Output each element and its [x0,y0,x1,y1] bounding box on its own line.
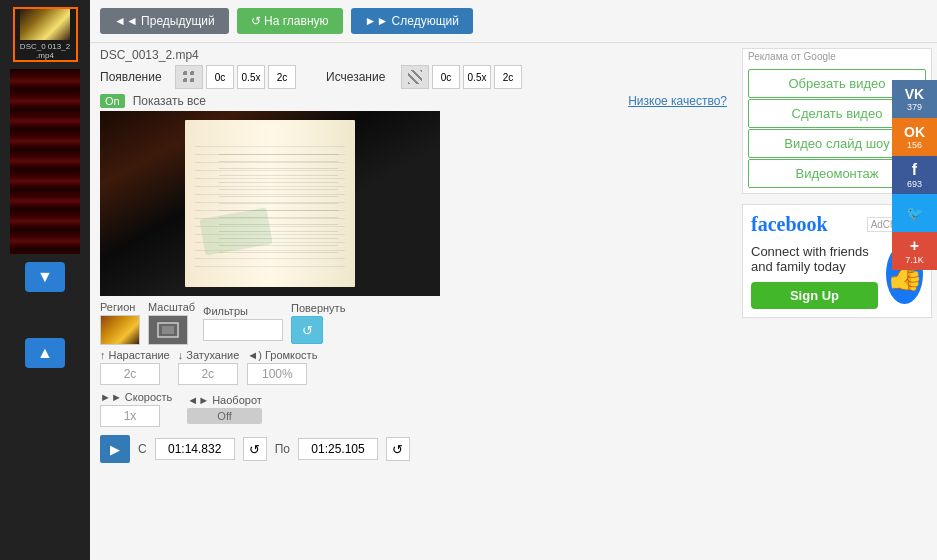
region-scale-row: Регион Масштаб [100,301,727,345]
disappearance-label: Исчезание [326,70,396,84]
quality-bar: On Показать все Низкое качество? [100,94,727,108]
bottom-controls: Регион Масштаб [100,296,727,468]
rotate-button[interactable]: ↺ [291,316,323,344]
editor-area: DSC_0013_2.mp4 Появление 0с 0.5х 2с Исче… [90,43,937,560]
ad-header: Реклама от Google [743,49,931,64]
speed-reverse-row: ►► Скорость ◄► Наоборот Off [100,391,727,427]
on-badge: On [100,94,125,108]
prev-button[interactable]: ◄◄ Предыдущий [100,8,229,34]
disappear-2s-btn[interactable]: 2с [494,65,522,89]
scale-label: Масштаб [148,301,195,313]
volume-label: ◄) Громкость [247,349,317,361]
ad-google-label: Реклама от Google [748,51,836,62]
rise-fade-row: ↑ Нарастание ↓ Затухание ◄) Громкость [100,349,727,385]
fb-count: 693 [907,179,922,189]
social-sidebar: VK 379 OK 156 f 693 🐦 + 7.1K [892,80,937,270]
film-strip: DSC_0 013_2 .mp4 ▼ ▲ [0,0,90,560]
reverse-off-badge[interactable]: Off [187,408,261,424]
film-thumbnail[interactable]: DSC_0 013_2 .mp4 [13,7,78,62]
fb-text-area: Connect with friends and family today Si… [751,244,878,309]
rotate-group: Повернуть ↺ [291,302,345,344]
scale-group: Масштаб [148,301,195,345]
ok-button[interactable]: OK 156 [892,118,937,156]
fb-headline: Connect with friends and family today [751,244,878,274]
home-button[interactable]: ↺ На главную [237,8,343,34]
facebook-share-button[interactable]: f 693 [892,156,937,194]
appear-2s-btn[interactable]: 2с [268,65,296,89]
filter-label: Фильтры [203,305,283,317]
video-preview [100,111,440,296]
speed-input[interactable] [100,405,160,427]
disappear-dots [401,65,429,89]
appearance-controls: 0с 0.5х 2с [175,65,296,89]
region-group: Регион [100,301,140,345]
center-content: ◄◄ Предыдущий ↺ На главную ►► Следующий … [90,0,937,560]
volume-input[interactable] [247,363,307,385]
fade-input[interactable] [178,363,238,385]
twitter-icon: 🐦 [906,205,923,221]
next-button[interactable]: ►► Следующий [351,8,473,34]
from-label: С [138,442,147,456]
vk-icon: VK [905,86,924,102]
region-label: Регион [100,301,140,313]
speed-label: ►► Скорость [100,391,172,403]
region-thumbnail[interactable] [100,315,140,345]
video-book-image [100,111,440,296]
scale-svg [154,319,182,341]
film-up-arrow[interactable]: ▲ [25,338,65,368]
appearance-label: Появление [100,70,170,84]
disappear-0s-btn[interactable]: 0с [432,65,460,89]
to-label: По [275,442,290,456]
rise-label: ↑ Нарастание [100,349,170,361]
fade-group: ↓ Затухание [178,349,240,385]
low-quality-link[interactable]: Низкое качество? [628,94,727,108]
playback-row: ▶ С ↺ По ↺ [100,435,727,463]
plus-count: 7.1K [905,255,924,265]
rise-input[interactable] [100,363,160,385]
vk-button[interactable]: VK 379 [892,80,937,118]
filter-input[interactable] [203,319,283,341]
play-button[interactable]: ▶ [100,435,130,463]
twitter-button[interactable]: 🐦 [892,194,937,232]
reverse-group: ◄► Наоборот Off [187,394,261,424]
disappear-05x-btn[interactable]: 0.5х [463,65,491,89]
top-nav: ◄◄ Предыдущий ↺ На главную ►► Следующий [90,0,937,43]
filter-group: Фильтры [203,305,283,341]
plus-button[interactable]: + 7.1K [892,232,937,270]
fade-label: ↓ Затухание [178,349,240,361]
svg-rect-1 [162,326,174,334]
appear-0s-btn[interactable]: 0с [206,65,234,89]
from-refresh-button[interactable]: ↺ [243,437,267,461]
ok-count: 156 [907,140,922,150]
facebook-logo: facebook [751,213,828,236]
to-time-input[interactable] [298,438,378,460]
film-strip-background [10,69,80,254]
film-down-arrow[interactable]: ▼ [25,262,65,292]
scale-icon[interactable] [148,315,188,345]
rotate-label: Повернуть [291,302,345,314]
plus-icon: + [910,237,919,255]
appear-dots [175,65,203,89]
fb-icon: f [912,161,917,179]
from-time-input[interactable] [155,438,235,460]
transition-row: Появление 0с 0.5х 2с Исчезание [100,65,727,89]
editor-main: DSC_0013_2.mp4 Появление 0с 0.5х 2с Исче… [90,43,737,560]
reverse-label: ◄► Наоборот [187,394,261,406]
speed-group: ►► Скорость [100,391,172,427]
volume-group: ◄) Громкость [247,349,317,385]
ok-icon: OK [904,124,925,140]
fb-signup-button[interactable]: Sign Up [751,282,878,309]
to-refresh-button[interactable]: ↺ [386,437,410,461]
show-all-label: Показать все [133,94,206,108]
vk-count: 379 [907,102,922,112]
rise-group: ↑ Нарастание [100,349,170,385]
file-name: DSC_0013_2.mp4 [100,48,727,62]
appear-05x-btn[interactable]: 0.5х [237,65,265,89]
disappearance-controls: 0с 0.5х 2с [401,65,522,89]
